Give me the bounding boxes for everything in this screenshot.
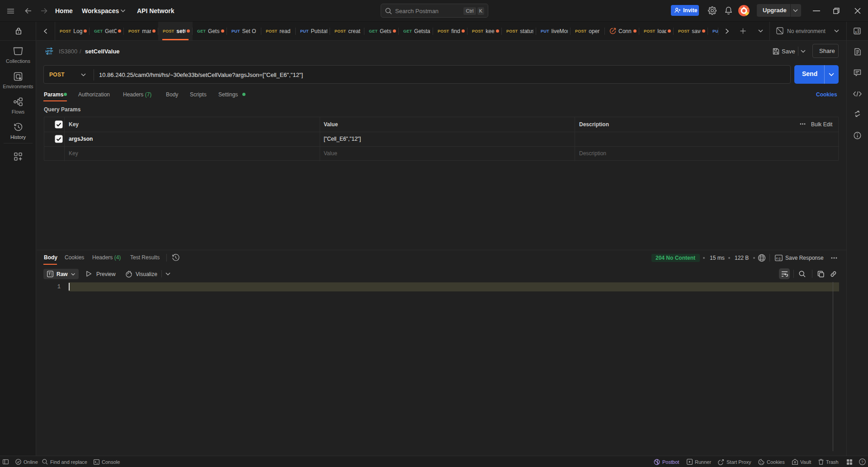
- svg-text:?: ?: [861, 460, 863, 464]
- svg-text:HTTP: HTTP: [46, 49, 53, 53]
- svg-text:x: x: [854, 29, 857, 34]
- svg-text:e.g.: e.g.: [776, 257, 782, 260]
